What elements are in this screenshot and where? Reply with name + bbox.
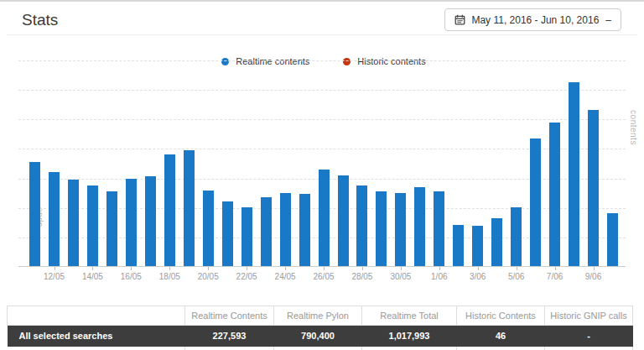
header-divider (7, 34, 637, 35)
x-tick-label: 28/05 (351, 272, 372, 281)
bar-13-05[interactable] (68, 180, 79, 266)
bar-2-06[interactable] (453, 225, 464, 266)
bar-28-05[interactable] (356, 185, 367, 266)
axis-tick (285, 267, 286, 270)
axis-tick (478, 267, 479, 270)
bar-chart: dpus 12/0514/0516/0518/0520/0522/0524/05… (25, 60, 622, 267)
bar-3-06[interactable] (472, 226, 483, 267)
table-header-realtime-total: Realtime Total (362, 306, 457, 326)
page-title: Stats (22, 11, 58, 29)
dropdown-caret-icon: – (605, 14, 611, 26)
bar-20-05[interactable] (203, 191, 214, 266)
bar-12-05[interactable] (49, 172, 60, 267)
x-tick-label: 14/05 (82, 272, 103, 281)
bar-22-05[interactable] (242, 207, 252, 266)
stats-table: Realtime ContentsRealtime PylonRealtime … (7, 306, 633, 350)
date-range-button[interactable]: May 11, 2016 - Jun 10, 2016 – (444, 8, 621, 31)
bar-5-06[interactable] (511, 207, 522, 266)
bar-24-05[interactable] (280, 193, 291, 266)
partial-cell (457, 347, 545, 350)
bar-7-06[interactable] (549, 123, 560, 266)
axis-tick (92, 267, 93, 270)
gridline (18, 60, 626, 61)
bar-27-05[interactable] (338, 175, 349, 266)
axis-tick (517, 267, 517, 270)
axis-tick (401, 267, 402, 270)
bar-10-06[interactable] (607, 213, 618, 266)
x-tick-label: 16/05 (121, 272, 142, 281)
bar-26-05[interactable] (319, 170, 330, 266)
y-axis-label-right: contents (629, 110, 638, 145)
row-label: All selected searches (8, 326, 185, 347)
table-header-historic-contents: Historic Contents (457, 306, 545, 326)
axis-tick (169, 267, 170, 270)
gridline (18, 90, 626, 91)
partial-cell (8, 347, 185, 350)
x-tick-label: 30/05 (390, 272, 411, 281)
axis-tick (131, 267, 132, 270)
axis-tick (324, 267, 325, 270)
x-tick-label: 9/06 (585, 272, 601, 281)
x-tick-label: 7/06 (547, 272, 563, 281)
x-tick-label: 5/06 (508, 272, 524, 281)
axis-tick (55, 267, 55, 270)
partial-cell (545, 347, 633, 350)
bar-30-05[interactable] (395, 193, 406, 266)
bar-21-05[interactable] (222, 201, 233, 266)
bar-19-05[interactable] (184, 150, 195, 267)
partial-cell (362, 347, 457, 350)
table-row-all-selected-searches[interactable]: All selected searches227,593790,4001,017… (8, 326, 633, 347)
axis-tick (594, 267, 595, 270)
calendar-icon (454, 14, 465, 25)
axis-tick (362, 267, 363, 270)
table-header-realtime-pylon: Realtime Pylon (274, 306, 362, 326)
row-value: 46 (457, 326, 545, 347)
bar-25-05[interactable] (299, 194, 310, 267)
partial-cell (274, 347, 362, 350)
bar-9-06[interactable] (588, 110, 599, 266)
x-tick-label: 18/05 (159, 272, 180, 281)
axis-tick (555, 267, 556, 270)
bar-16-05[interactable] (126, 179, 137, 266)
x-axis-line (18, 266, 626, 267)
stats-table-body: All selected searches227,593790,4001,017… (8, 326, 633, 350)
row-value: 790,400 (274, 326, 362, 347)
gridline (18, 119, 626, 120)
bar-8-06[interactable] (569, 82, 579, 266)
row-value: 227,593 (185, 326, 274, 347)
bar-18-05[interactable] (164, 154, 175, 267)
bar-4-06[interactable] (491, 218, 502, 266)
bar-11-05[interactable] (29, 162, 40, 266)
bar-17-05[interactable] (145, 176, 156, 267)
axis-tick (247, 267, 247, 270)
x-tick-label: 1/06 (431, 272, 447, 281)
table-row-partial (8, 347, 633, 350)
row-value: 1,017,993 (362, 326, 457, 347)
table-header-empty (8, 306, 185, 326)
table-header-realtime-contents: Realtime Contents (185, 306, 274, 326)
x-tick-label: 22/05 (236, 272, 257, 281)
bar-31-05[interactable] (414, 187, 425, 266)
stats-table-header: Realtime ContentsRealtime PylonRealtime … (8, 306, 633, 326)
bar-29-05[interactable] (376, 191, 387, 266)
axis-tick (208, 267, 209, 270)
partial-cell (185, 347, 274, 350)
table-header-historic-gnip-calls: Historic GNIP calls (545, 306, 633, 326)
bar-6-06[interactable] (530, 138, 541, 267)
axis-tick (439, 267, 440, 270)
bar-1-06[interactable] (434, 191, 444, 266)
bar-23-05[interactable] (261, 197, 272, 266)
date-range-label: May 11, 2016 - Jun 10, 2016 (471, 14, 599, 26)
x-tick-label: 20/05 (198, 272, 219, 281)
x-tick-label: 12/05 (44, 272, 65, 281)
row-value: - (545, 326, 633, 347)
x-tick-label: 24/05 (275, 272, 296, 281)
x-tick-label: 26/05 (313, 272, 334, 281)
x-tick-label: 3/06 (470, 272, 486, 281)
bar-15-05[interactable] (106, 191, 117, 266)
bar-14-05[interactable] (87, 185, 98, 266)
